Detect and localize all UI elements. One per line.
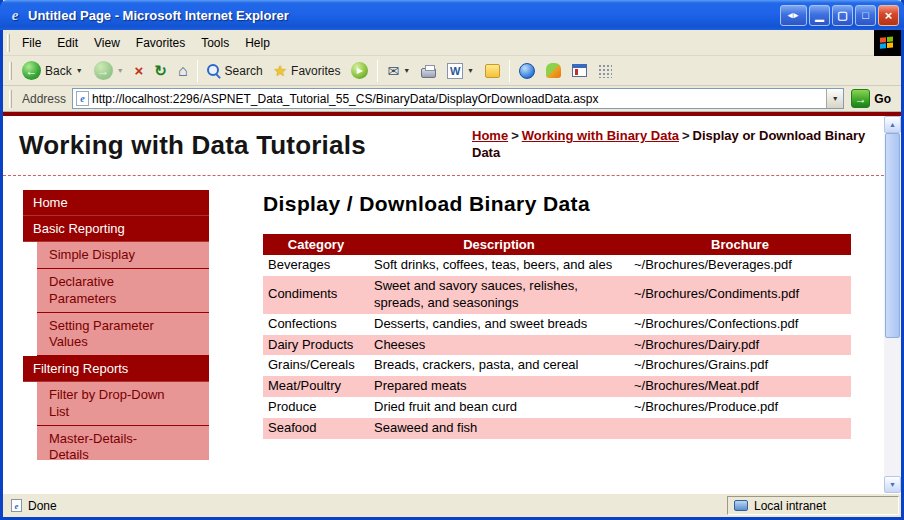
cell-brochure: ~/Brochures/Condiments.pdf bbox=[629, 276, 851, 314]
edit-with-word-button[interactable]: W ▼ bbox=[442, 61, 479, 81]
stop-button[interactable]: × bbox=[130, 60, 149, 81]
cell-brochure: ~/Brochures/Meat.pdf bbox=[629, 376, 851, 397]
messenger-button[interactable] bbox=[541, 61, 566, 80]
cell-description: Soft drinks, coffees, teas, beers, and a… bbox=[369, 255, 629, 276]
mail-icon: ✉ bbox=[387, 63, 399, 79]
menu-view[interactable]: View bbox=[86, 32, 128, 54]
cell-category: Produce bbox=[263, 397, 369, 418]
scrollbar-thumb[interactable] bbox=[885, 133, 900, 338]
sidebar-item-setting-parameter-values[interactable]: Setting Parameter Values bbox=[37, 313, 209, 357]
refresh-button[interactable]: ↻ bbox=[149, 60, 172, 82]
window-title: Untitled Page - Microsoft Internet Explo… bbox=[28, 8, 780, 23]
edit-dropdown-icon[interactable]: ▼ bbox=[467, 67, 474, 74]
cell-description: Sweet and savory sauces, relishes, sprea… bbox=[369, 276, 629, 314]
browser-window: e Untitled Page - Microsoft Internet Exp… bbox=[0, 0, 904, 520]
search-button[interactable]: Search bbox=[202, 62, 268, 80]
address-input[interactable] bbox=[89, 92, 826, 106]
discuss-button[interactable] bbox=[480, 62, 505, 80]
menu-edit[interactable]: Edit bbox=[49, 32, 86, 54]
sidebar-item-master-details-details[interactable]: Master-Details-Details bbox=[37, 426, 209, 460]
table-row: Seafood Seaweed and fish bbox=[263, 418, 851, 439]
windows-flag-icon bbox=[880, 36, 895, 51]
breadcrumb-separator: > bbox=[679, 128, 693, 143]
cell-description: Desserts, candies, and sweet breads bbox=[369, 314, 629, 335]
menubar-grip[interactable] bbox=[7, 34, 10, 52]
breadcrumb-link-home[interactable]: Home bbox=[472, 128, 508, 143]
sidebar-item-filtering-reports[interactable]: Filtering Reports bbox=[23, 356, 209, 382]
back-label: Back bbox=[45, 64, 72, 78]
research-icon bbox=[572, 64, 587, 77]
sidebar-item-filter-by-drop-down-list[interactable]: Filter by Drop-Down List bbox=[37, 382, 209, 426]
scrollbar-track[interactable] bbox=[884, 133, 901, 476]
brochure-table: Category Description Brochure Beverages … bbox=[263, 234, 851, 439]
scroll-up-button[interactable]: ▲ bbox=[884, 116, 901, 133]
go-arrow-icon: → bbox=[851, 89, 870, 108]
toolbar-separator bbox=[377, 60, 378, 82]
mail-dropdown-icon[interactable]: ▼ bbox=[403, 67, 410, 74]
table-row: Grains/Cereals Breads, crackers, pasta, … bbox=[263, 355, 851, 376]
address-dropdown-button[interactable]: ▼ bbox=[826, 89, 843, 108]
favorites-star-icon: ★ bbox=[274, 62, 287, 80]
title-bar[interactable]: e Untitled Page - Microsoft Internet Exp… bbox=[0, 0, 904, 30]
menu-tools[interactable]: Tools bbox=[193, 32, 237, 54]
cell-brochure: ~/Brochures/Confections.pdf bbox=[629, 314, 851, 335]
sidebar-item-declarative-parameters[interactable]: Declarative Parameters bbox=[37, 269, 209, 313]
mail-button[interactable]: ✉ ▼ bbox=[382, 61, 415, 81]
pan-buttons-icon[interactable]: ◂▸ bbox=[780, 5, 807, 26]
research-button[interactable] bbox=[567, 62, 592, 79]
home-button[interactable]: ⌂ bbox=[173, 60, 193, 82]
site-header: Working with Data Tutorials Home>Working… bbox=[3, 116, 884, 176]
back-dropdown-icon[interactable]: ▼ bbox=[76, 67, 83, 74]
links-button[interactable] bbox=[593, 62, 617, 80]
web-page: Working with Data Tutorials Home>Working… bbox=[3, 116, 884, 493]
address-field[interactable]: e ▼ bbox=[72, 88, 844, 109]
favorites-button[interactable]: ★ Favorites bbox=[269, 60, 346, 82]
minimize-button[interactable]: ▁ bbox=[809, 5, 830, 26]
cell-description: Cheeses bbox=[369, 335, 629, 356]
toolbar-separator bbox=[509, 60, 510, 82]
cell-brochure: ~/Brochures/Beverages.pdf bbox=[629, 255, 851, 276]
refresh-icon: ↻ bbox=[154, 62, 167, 80]
breadcrumb-link-binary-data[interactable]: Working with Binary Data bbox=[522, 128, 679, 143]
close-button[interactable]: × bbox=[878, 5, 899, 26]
site-title: Working with Data Tutorials bbox=[19, 124, 366, 161]
cell-category: Dairy Products bbox=[263, 335, 369, 356]
page-viewport: Working with Data Tutorials Home>Working… bbox=[3, 112, 901, 493]
go-button[interactable]: → Go bbox=[848, 89, 897, 108]
vertical-scrollbar[interactable]: ▲ ▼ bbox=[884, 116, 901, 493]
maximize-button[interactable]: □ bbox=[855, 5, 876, 26]
menu-file[interactable]: File bbox=[14, 32, 49, 54]
table-row: Meat/Poultry Prepared meats ~/Brochures/… bbox=[263, 376, 851, 397]
menu-help[interactable]: Help bbox=[237, 32, 278, 54]
media-icon: ▶ bbox=[351, 62, 368, 79]
sidebar-item-basic-reporting[interactable]: Basic Reporting bbox=[23, 216, 209, 242]
addressbar-grip[interactable] bbox=[9, 90, 12, 108]
messenger-icon bbox=[546, 63, 561, 78]
menu-favorites[interactable]: Favorites bbox=[128, 32, 193, 54]
back-button[interactable]: ← Back ▼ bbox=[17, 59, 88, 82]
column-header-description: Description bbox=[369, 234, 629, 255]
zone-text: Local intranet bbox=[754, 499, 826, 513]
restore-button[interactable]: ▢ bbox=[832, 5, 853, 26]
table-row: Produce Dried fruit and bean curd ~/Broc… bbox=[263, 397, 851, 418]
status-page-icon: e bbox=[11, 499, 22, 512]
sidebar-menu: Home Basic Reporting Simple Display Decl… bbox=[23, 190, 209, 460]
main-content: Display / Download Binary Data Category … bbox=[263, 190, 884, 460]
media-button[interactable]: ▶ bbox=[346, 60, 373, 81]
content-row: Home Basic Reporting Simple Display Decl… bbox=[3, 176, 884, 460]
toolbar-grip[interactable] bbox=[9, 62, 12, 80]
browse-web-button[interactable] bbox=[514, 61, 540, 81]
page-icon: e bbox=[76, 91, 89, 106]
scroll-down-button[interactable]: ▼ bbox=[884, 476, 901, 493]
forward-button[interactable]: → ▼ bbox=[89, 59, 129, 82]
sidebar-item-simple-display[interactable]: Simple Display bbox=[37, 242, 209, 269]
menu-bar: File Edit View Favorites Tools Help bbox=[3, 30, 901, 56]
intranet-zone-icon bbox=[734, 500, 748, 511]
cell-description: Seaweed and fish bbox=[369, 418, 629, 439]
table-row: Confections Desserts, candies, and sweet… bbox=[263, 314, 851, 335]
table-row: Condiments Sweet and savory sauces, reli… bbox=[263, 276, 851, 314]
status-zone-panel: Local intranet bbox=[727, 496, 899, 515]
print-button[interactable] bbox=[416, 62, 441, 80]
sidebar-item-home[interactable]: Home bbox=[23, 190, 209, 216]
cell-brochure: ~/Brochures/Produce.pdf bbox=[629, 397, 851, 418]
